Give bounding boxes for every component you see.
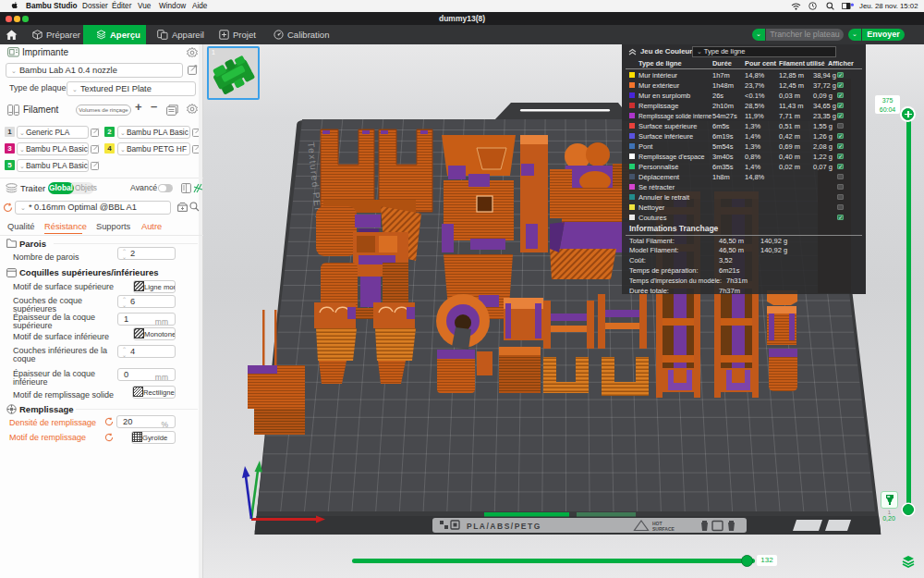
svg-text:HOT: HOT — [652, 521, 663, 526]
svg-text:PLA/ABS/PETG: PLA/ABS/PETG — [467, 522, 541, 531]
svg-text:SURFACE: SURFACE — [652, 526, 675, 532]
